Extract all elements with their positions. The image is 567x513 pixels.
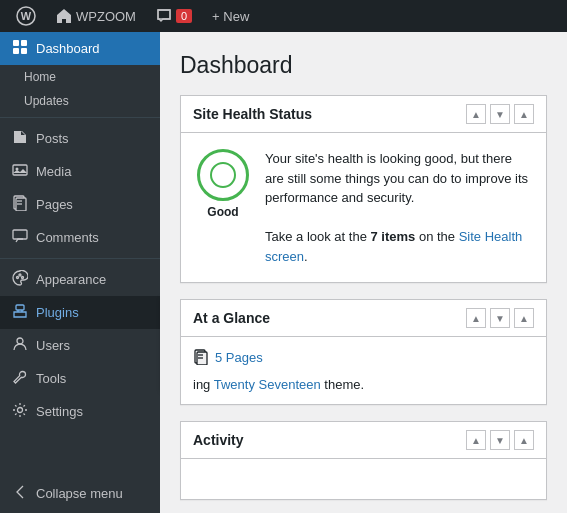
svg-rect-18 [16, 305, 24, 310]
theme-info: ing Twenty Seventeen theme. [181, 377, 546, 404]
sidebar-item-pages[interactable]: Pages [0, 188, 160, 221]
collapse-menu-icon [12, 484, 28, 503]
svg-point-17 [22, 277, 24, 279]
at-a-glance-controls: ▲ ▼ ▲ [466, 308, 534, 328]
users-icon [12, 336, 28, 355]
admin-bar: W WPZOOM 0 + New [0, 0, 567, 32]
site-name-label: WPZOOM [76, 9, 136, 24]
svg-point-16 [19, 274, 21, 276]
collapse-menu-label: Collapse menu [36, 486, 123, 501]
site-health-toggle-btn[interactable]: ▲ [514, 104, 534, 124]
sidebar-item-tools[interactable]: Tools [0, 362, 160, 395]
new-content-button[interactable]: + New [204, 0, 257, 32]
svg-point-22 [18, 408, 23, 413]
activity-header: Activity ▲ ▼ ▲ [181, 422, 546, 459]
svg-point-23 [211, 163, 235, 187]
sidebar-item-appearance[interactable]: Appearance [0, 263, 160, 296]
activity-down-btn[interactable]: ▼ [490, 430, 510, 450]
media-icon [12, 162, 28, 181]
svg-rect-5 [21, 48, 27, 54]
health-items-count: 7 items [371, 229, 416, 244]
at-a-glance-header: At a Glance ▲ ▼ ▲ [181, 300, 546, 337]
svg-rect-3 [21, 40, 27, 46]
sidebar-item-dashboard[interactable]: Dashboard [0, 32, 160, 65]
appearance-label: Appearance [36, 272, 106, 287]
activity-controls: ▲ ▼ ▲ [466, 430, 534, 450]
wp-admin: Dashboard Home Updates Posts [0, 0, 567, 513]
site-health-down-btn[interactable]: ▼ [490, 104, 510, 124]
site-health-title: Site Health Status [193, 106, 312, 122]
divider-1 [0, 117, 160, 118]
media-label: Media [36, 164, 71, 179]
plugins-label: Plugins [36, 305, 79, 320]
activity-body [181, 459, 546, 499]
at-a-glance-widget: At a Glance ▲ ▼ ▲ 5 Pages ing Twenty Sev… [180, 299, 547, 405]
sidebar-item-comments[interactable]: Comments [0, 221, 160, 254]
home-label: Home [24, 70, 56, 84]
tools-label: Tools [36, 371, 66, 386]
sidebar-item-home[interactable]: Home [0, 65, 160, 89]
at-a-glance-toggle-btn[interactable]: ▲ [514, 308, 534, 328]
sidebar: Dashboard Home Updates Posts [0, 32, 160, 513]
posts-label: Posts [36, 131, 69, 146]
wp-logo-button[interactable]: W [8, 0, 44, 32]
sidebar-item-updates[interactable]: Updates [0, 89, 160, 113]
posts-icon [12, 129, 28, 148]
activity-widget: Activity ▲ ▼ ▲ [180, 421, 547, 500]
sidebar-item-settings[interactable]: Settings [0, 395, 160, 428]
at-a-glance-down-btn[interactable]: ▼ [490, 308, 510, 328]
health-description: Your site's health is looking good, but … [265, 149, 530, 266]
activity-toggle-btn[interactable]: ▲ [514, 430, 534, 450]
sidebar-item-plugins[interactable]: Plugins Installed Plugins Add New Plugin… [0, 296, 160, 329]
sidebar-item-posts[interactable]: Posts [0, 122, 160, 155]
settings-icon [12, 402, 28, 421]
theme-link[interactable]: Twenty Seventeen [214, 377, 321, 392]
health-circle-svg [208, 160, 238, 190]
pages-count-link[interactable]: 5 Pages [215, 350, 263, 365]
comments-button[interactable]: 0 [148, 0, 200, 32]
svg-rect-8 [13, 165, 27, 175]
appearance-icon [12, 270, 28, 289]
updates-label: Updates [24, 94, 69, 108]
tools-icon [12, 369, 28, 388]
svg-point-15 [17, 277, 19, 279]
settings-label: Settings [36, 404, 83, 419]
divider-2 [0, 258, 160, 259]
activity-title: Activity [193, 432, 244, 448]
new-label: + New [212, 9, 249, 24]
wp-logo-icon: W [16, 6, 36, 26]
health-circle [197, 149, 249, 201]
svg-text:W: W [21, 10, 32, 22]
comments-sidebar-icon [12, 228, 28, 247]
at-a-glance-body: 5 Pages [181, 337, 546, 377]
sidebar-item-media[interactable]: Media [0, 155, 160, 188]
svg-rect-2 [13, 40, 19, 46]
health-status-label: Good [207, 205, 238, 219]
svg-rect-4 [13, 48, 19, 54]
svg-rect-14 [13, 230, 27, 239]
site-health-body: Good Your site's health is looking good,… [181, 133, 546, 282]
main-content: Dashboard Site Health Status ▲ ▼ ▲ [160, 32, 567, 513]
house-icon [56, 8, 72, 24]
pages-count-item: 5 Pages [193, 349, 263, 365]
at-a-glance-up-btn[interactable]: ▲ [466, 308, 486, 328]
plugins-icon [12, 303, 28, 322]
comment-icon [156, 8, 172, 24]
site-health-widget: Site Health Status ▲ ▼ ▲ Good [180, 95, 547, 283]
dashboard-label: Dashboard [36, 41, 100, 56]
svg-point-21 [17, 338, 23, 344]
activity-up-btn[interactable]: ▲ [466, 430, 486, 450]
pages-glance-icon [193, 349, 209, 365]
sidebar-item-users[interactable]: Users [0, 329, 160, 362]
at-a-glance-title: At a Glance [193, 310, 270, 326]
dashboard-icon [12, 39, 28, 58]
site-health-controls: ▲ ▼ ▲ [466, 104, 534, 124]
site-health-up-btn[interactable]: ▲ [466, 104, 486, 124]
users-label: Users [36, 338, 70, 353]
comments-label: Comments [36, 230, 99, 245]
site-name-button[interactable]: WPZOOM [48, 0, 144, 32]
health-indicator: Good [197, 149, 249, 219]
site-health-header: Site Health Status ▲ ▼ ▲ [181, 96, 546, 133]
collapse-menu-button[interactable]: Collapse menu [0, 474, 160, 513]
page-title: Dashboard [180, 52, 547, 79]
